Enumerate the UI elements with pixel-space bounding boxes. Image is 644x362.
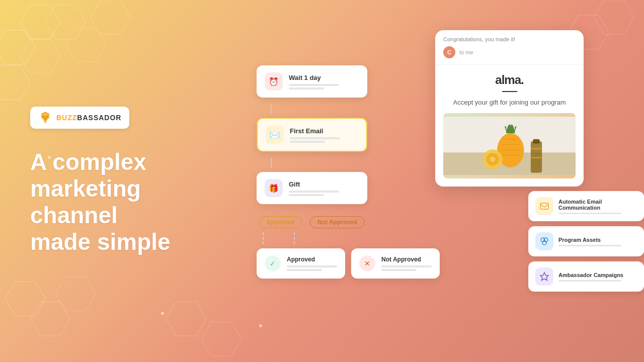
email-line-1 xyxy=(290,137,340,139)
email-header: Congratulations, you made it! C to me xyxy=(435,30,584,65)
wait-text: Wait 1 day xyxy=(289,74,359,89)
headline-line1: A complex xyxy=(30,149,146,175)
headline-line2: marketing channel xyxy=(30,175,141,228)
branch-connectors xyxy=(257,232,367,244)
approved-line-2 xyxy=(287,269,322,271)
campaigns-line xyxy=(558,280,621,282)
svg-rect-32 xyxy=(531,148,542,150)
gift-line-2 xyxy=(289,194,324,196)
branch-labels-row: Approved Not Approved xyxy=(257,216,367,228)
svg-rect-34 xyxy=(540,203,548,209)
workflow-column: ⏰ Wait 1 day ✉️ First Email xyxy=(257,65,367,279)
approved-line-1 xyxy=(287,265,337,267)
svg-rect-33 xyxy=(531,157,542,158)
auto-email-icon xyxy=(535,197,553,215)
program-assets-line xyxy=(558,245,621,246)
logo-text: BUZZBASSADOR xyxy=(56,114,121,122)
workflow-card-gift: 🎁 Gift xyxy=(257,172,367,204)
svg-point-17 xyxy=(46,116,48,118)
main-content: BUZZBASSADOR A complex marketing channel… xyxy=(0,0,644,362)
auto-email-text: Automatic Email Communication xyxy=(558,199,637,214)
email-text: First Email xyxy=(290,127,358,143)
logo-buzz: BUZZ xyxy=(56,114,77,122)
svg-marker-38 xyxy=(540,273,548,281)
feature-card-campaigns: Ambassador Campaigns xyxy=(528,261,644,292)
not-approved-line-1 xyxy=(381,265,432,267)
wait-line-2 xyxy=(289,87,324,89)
campaigns-title: Ambassador Campaigns xyxy=(558,272,637,278)
logo-icon xyxy=(38,111,52,125)
right-panel: ⏰ Wait 1 day ✉️ First Email xyxy=(242,0,644,362)
email-icon: ✉️ xyxy=(266,126,284,144)
headline-line3: made simple xyxy=(30,229,171,255)
svg-point-16 xyxy=(43,116,45,118)
branch-connector-right xyxy=(294,232,295,244)
workflow-card-wait: ⏰ Wait 1 day xyxy=(257,65,367,98)
wait-line-1 xyxy=(289,84,339,86)
logo-bassador: BASSADOR xyxy=(77,114,121,122)
wait-title: Wait 1 day xyxy=(289,74,359,81)
email-body: alma. Accept your gift for joining our p… xyxy=(435,65,584,187)
feature-card-program-assets: Program Assets xyxy=(528,226,644,256)
campaigns-icon xyxy=(535,267,553,286)
auto-email-title: Automatic Email Communication xyxy=(558,199,637,211)
connector-2 xyxy=(271,158,272,168)
svg-point-18 xyxy=(44,118,46,120)
email-image xyxy=(443,113,576,178)
email-tagline: Accept your gift for joining our program xyxy=(443,98,576,107)
connector-1 xyxy=(271,104,272,114)
gift-line-1 xyxy=(289,191,339,193)
gift-text: Gift xyxy=(289,180,359,196)
outcome-row: ✓ Approved ✕ Not Approved xyxy=(257,248,367,279)
approved-title: Approved xyxy=(287,256,337,263)
feature-card-auto-email: Automatic Email Communication xyxy=(528,191,644,221)
brand-name: alma. xyxy=(443,73,576,87)
workflow-card-email: ✉️ First Email xyxy=(257,118,367,152)
gift-icon: 🎁 xyxy=(265,179,283,197)
email-subject: Congratulations, you made it! xyxy=(443,36,576,42)
not-approved-line-2 xyxy=(381,269,417,271)
left-panel: BUZZBASSADOR A complex marketing channel… xyxy=(0,86,242,276)
branch-not-approved-label: Not Approved xyxy=(310,216,365,228)
not-approved-title: Not Approved xyxy=(381,256,432,263)
approved-text: Approved xyxy=(287,256,337,271)
campaigns-text: Ambassador Campaigns xyxy=(558,272,637,282)
feature-cards: Automatic Email Communication Program As… xyxy=(528,191,644,292)
email-to: to me xyxy=(459,49,473,55)
email-from: C to me xyxy=(443,46,576,58)
program-assets-icon xyxy=(535,232,553,250)
svg-rect-31 xyxy=(533,139,539,144)
not-approved-text: Not Approved xyxy=(381,256,432,271)
not-approved-icon: ✕ xyxy=(359,255,375,272)
branch-connector-left xyxy=(263,232,264,244)
svg-point-29 xyxy=(490,157,496,162)
program-assets-text: Program Assets xyxy=(558,237,637,246)
approved-icon: ✓ xyxy=(265,255,281,272)
gift-title: Gift xyxy=(289,180,359,188)
outcome-card-approved: ✓ Approved xyxy=(257,248,345,279)
email-preview-card: Congratulations, you made it! C to me al… xyxy=(435,30,584,187)
branch-approved-label: Approved xyxy=(259,216,302,228)
brand-divider xyxy=(502,91,517,92)
email-line-2 xyxy=(290,141,325,143)
logo-badge: BUZZBASSADOR xyxy=(30,107,129,129)
email-title: First Email xyxy=(290,127,358,135)
headline: A complex marketing channel made simple xyxy=(30,149,211,255)
auto-email-line xyxy=(558,213,621,214)
outcome-card-not-approved: ✕ Not Approved xyxy=(351,248,440,279)
program-assets-title: Program Assets xyxy=(558,237,637,243)
wait-icon: ⏰ xyxy=(265,72,283,90)
avatar: C xyxy=(443,46,455,58)
